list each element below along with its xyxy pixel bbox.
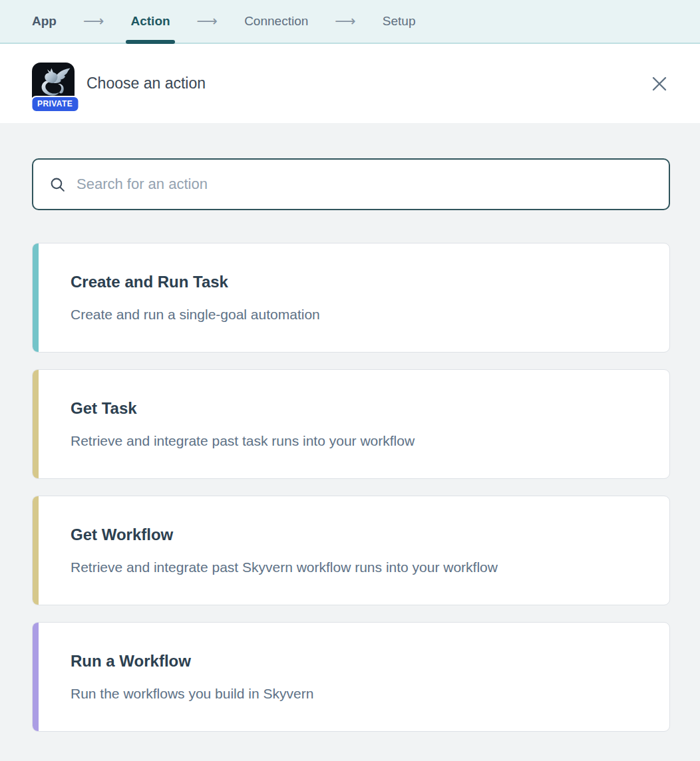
action-title: Create and Run Task	[71, 273, 656, 291]
search-icon	[49, 176, 66, 193]
action-card-get-workflow[interactable]: Get Workflow Retrieve and integrate past…	[32, 496, 670, 605]
private-badge: PRIVATE	[31, 96, 79, 112]
wizard-breadcrumb: App ⟶ Action ⟶ Connection ⟶ Setup	[0, 0, 700, 44]
action-card-run-a-workflow[interactable]: Run a Workflow Run the workflows you bui…	[32, 622, 670, 732]
close-icon[interactable]	[648, 73, 671, 95]
action-title: Get Task	[71, 399, 656, 418]
action-description: Run the workflows you build in Skyvern	[71, 686, 656, 702]
breadcrumb-step-label: Setup	[383, 14, 416, 29]
breadcrumb-step-label: Connection	[244, 14, 308, 29]
breadcrumb-step-label: Action	[130, 14, 170, 29]
action-list: Create and Run Task Create and run a sin…	[32, 243, 670, 732]
card-accent-stripe	[33, 243, 39, 352]
search-box[interactable]	[32, 158, 670, 210]
dialog-header: PRIVATE Choose an action	[0, 44, 700, 123]
card-accent-stripe	[33, 623, 39, 731]
breadcrumb-step-app[interactable]: App	[32, 0, 57, 43]
action-chooser-body: Create and Run Task Create and run a sin…	[0, 123, 700, 732]
breadcrumb-step-setup[interactable]: Setup	[383, 0, 416, 43]
action-description: Create and run a single-goal automation	[71, 307, 656, 323]
action-card-get-task[interactable]: Get Task Retrieve and integrate past tas…	[32, 369, 670, 479]
page-title: Choose an action	[87, 75, 206, 92]
breadcrumb-step-connection[interactable]: Connection	[244, 0, 308, 43]
action-card-create-and-run-task[interactable]: Create and Run Task Create and run a sin…	[32, 243, 670, 353]
arrow-right-icon: ⟶	[197, 14, 218, 29]
breadcrumb-step-action[interactable]: Action	[130, 0, 170, 43]
search-input[interactable]	[77, 176, 653, 193]
action-title: Run a Workflow	[71, 652, 656, 671]
app-icon-wrap: PRIVATE	[32, 63, 75, 105]
card-accent-stripe	[33, 370, 39, 478]
arrow-right-icon: ⟶	[83, 14, 104, 29]
action-description: Retrieve and integrate past Skyvern work…	[71, 559, 656, 575]
card-accent-stripe	[33, 496, 39, 605]
action-description: Retrieve and integrate past task runs in…	[71, 433, 656, 449]
arrow-right-icon: ⟶	[335, 14, 356, 29]
action-title: Get Workflow	[71, 526, 656, 544]
breadcrumb-step-label: App	[32, 14, 57, 29]
